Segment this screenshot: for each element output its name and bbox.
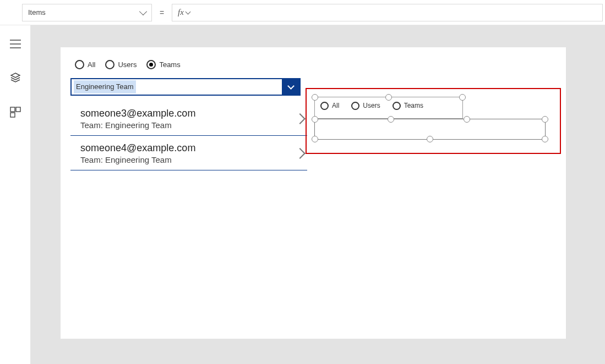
results-list: someone3@example.com Team: Engineering T… (70, 101, 307, 170)
resize-handle[interactable] (427, 136, 433, 142)
dropdown-button[interactable] (282, 79, 299, 95)
design-radio-control[interactable]: All Users Teams (314, 97, 463, 119)
resize-handle[interactable] (312, 116, 318, 123)
canvas-wrapper: All Users Teams Engineering Team (31, 25, 605, 364)
list-item-secondary: Team: Engineering Team (80, 155, 195, 164)
chevron-right-icon (295, 113, 306, 124)
design-dropdown-control[interactable] (314, 119, 546, 140)
radio-icon (146, 60, 156, 69)
resize-handle[interactable] (459, 94, 466, 101)
chevron-right-icon (295, 148, 306, 159)
svg-rect-2 (10, 113, 15, 117)
design-radio-teams[interactable]: Teams (393, 102, 423, 110)
insert-icon[interactable] (10, 107, 21, 119)
formula-bar: Items = fx (0, 0, 605, 25)
design-radio-teams-label: Teams (404, 102, 423, 109)
radio-all-label: All (88, 60, 95, 69)
property-select[interactable]: Items (22, 4, 152, 21)
chevron-down-icon (139, 8, 147, 15)
design-radio-all-label: All (332, 102, 339, 109)
layers-icon[interactable] (10, 72, 21, 85)
svg-rect-1 (16, 107, 20, 112)
list-item-primary: someone3@example.com (80, 108, 195, 119)
radio-teams-label: Teams (159, 60, 180, 69)
left-rail (0, 25, 31, 364)
design-radio-users-label: Users (363, 102, 380, 109)
radio-icon (75, 60, 84, 69)
svg-rect-0 (10, 107, 15, 112)
hamburger-icon[interactable] (10, 40, 21, 50)
list-item-secondary: Team: Engineering Team (80, 120, 195, 130)
list-item[interactable]: someone4@example.com Team: Engineering T… (70, 136, 307, 170)
radio-icon (393, 102, 401, 110)
radio-all[interactable]: All (75, 60, 95, 69)
resize-handle[interactable] (312, 94, 318, 101)
chevron-down-icon (287, 82, 295, 90)
radio-icon (105, 60, 115, 69)
resize-handle[interactable] (388, 116, 394, 123)
resize-handle[interactable] (542, 116, 548, 123)
list-item[interactable]: someone3@example.com Team: Engineering T… (70, 101, 307, 136)
radio-teams[interactable]: Teams (146, 60, 180, 69)
dropdown-value: Engineering Team (74, 80, 136, 93)
equals-label: = (152, 8, 172, 17)
selection-highlight: All Users Teams (306, 88, 561, 154)
resize-handle[interactable] (464, 116, 470, 123)
design-radio-all[interactable]: All (320, 102, 339, 110)
filter-radio-group: All Users Teams (70, 56, 556, 73)
property-name: Items (28, 8, 46, 16)
radio-icon (351, 102, 359, 110)
fx-icon: fx (178, 8, 190, 17)
team-dropdown[interactable]: Engineering Team (70, 78, 301, 96)
radio-icon (320, 102, 329, 110)
design-radio-users[interactable]: Users (351, 102, 380, 110)
list-item-primary: someone4@example.com (80, 142, 195, 154)
radio-users[interactable]: Users (105, 60, 137, 69)
formula-input[interactable]: fx (172, 4, 603, 21)
chevron-down-icon (185, 9, 190, 14)
resize-handle[interactable] (385, 94, 392, 101)
radio-users-label: Users (118, 60, 137, 69)
app-canvas[interactable]: All Users Teams Engineering Team (61, 47, 566, 339)
resize-handle[interactable] (312, 136, 318, 142)
resize-handle[interactable] (542, 136, 548, 142)
main-area: All Users Teams Engineering Team (0, 25, 605, 364)
